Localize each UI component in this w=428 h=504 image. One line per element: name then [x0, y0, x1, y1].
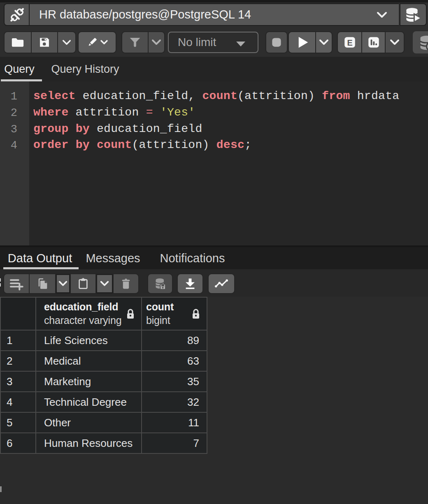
svg-text:E: E: [347, 38, 352, 47]
